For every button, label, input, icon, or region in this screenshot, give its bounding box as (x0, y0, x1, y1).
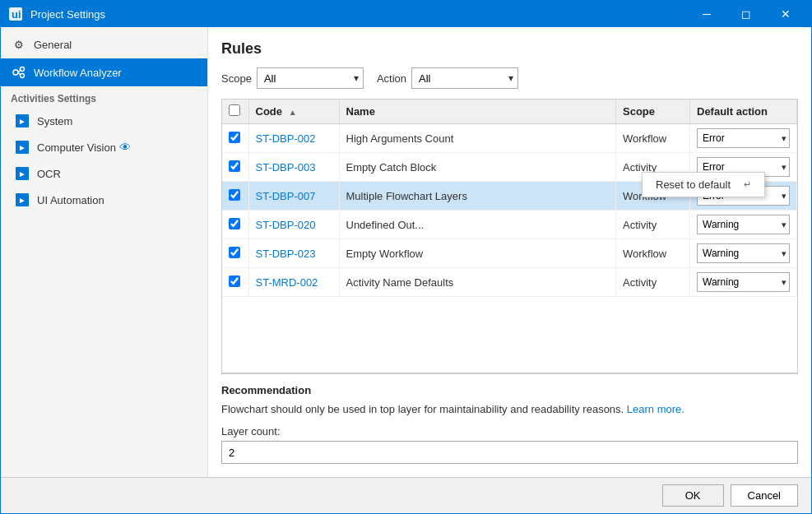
eye-icon: 👁 (119, 141, 131, 154)
row-scope: Activity (616, 268, 690, 297)
row-action-select[interactable]: ErrorWarningInfo (697, 272, 790, 292)
row-checkbox[interactable] (229, 160, 240, 172)
svg-point-4 (21, 74, 25, 78)
close-button[interactable]: ✕ (767, 1, 805, 27)
cancel-button[interactable]: Cancel (731, 484, 798, 507)
scope-select[interactable]: All Workflow Activity (257, 67, 364, 89)
sidebar-item-computer-vision-label: Computer Vision (37, 141, 116, 154)
app-icon: ui (7, 6, 24, 22)
sidebar-item-workflow-analyzer[interactable]: Workflow Analyzer (1, 58, 207, 86)
window-title: Project Settings (30, 8, 688, 21)
svg-point-3 (21, 67, 25, 72)
recommendation-title: Recommendation (221, 384, 798, 396)
recommendation-body-text: Flowchart should only be used in top lay… (221, 403, 624, 415)
project-settings-window: ui Project Settings ─ ◻ ✕ ⚙ General (0, 0, 812, 514)
action-select-wrapper: All Error Warning Info (411, 67, 518, 89)
col-header-default-action: Default action (690, 100, 797, 124)
layer-count-input[interactable] (221, 441, 798, 464)
row-name: Activity Name Defaults (339, 268, 616, 297)
context-menu: Reset to default ↵ (642, 172, 765, 197)
table-scroll-area[interactable]: Code ▲ Name Scope Default action ST-DBP-… (222, 100, 797, 373)
col-header-check (222, 100, 248, 124)
main-panel: Rules Scope All Workflow Activity Action (208, 27, 811, 477)
row-scope: Workflow (616, 124, 690, 153)
action-filter-group: Action All Error Warning Info (377, 67, 518, 89)
layer-count-label: Layer count: (221, 425, 798, 438)
row-checkbox[interactable] (229, 218, 240, 229)
system-arrow-icon: ► (14, 113, 30, 129)
sidebar-item-general-label: General (34, 39, 72, 51)
context-menu-item-reset-label: Reset to default (656, 178, 731, 191)
svg-line-6 (18, 72, 21, 75)
sidebar: ⚙ General Workflow Analyzer Activities S… (1, 27, 208, 477)
col-header-name: Name (339, 100, 616, 124)
recommendation-section: Recommendation Flowchart should only be … (221, 373, 798, 465)
maximize-button[interactable]: ◻ (727, 1, 765, 27)
gear-icon: ⚙ (11, 36, 27, 53)
row-checkbox[interactable] (229, 247, 240, 258)
row-checkbox[interactable] (229, 189, 240, 201)
page-title: Rules (221, 40, 798, 58)
svg-point-2 (13, 70, 18, 75)
row-name: Empty Catch Block (339, 153, 616, 182)
bottom-bar: OK Cancel (1, 477, 811, 513)
ocr-arrow-icon: ► (14, 165, 30, 182)
row-scope: Activity (616, 211, 690, 239)
row-name: High Arguments Count (339, 124, 616, 153)
table-row[interactable]: ST-MRD-002Activity Name DefaultsActivity… (222, 268, 797, 297)
workflow-icon (11, 64, 27, 81)
activities-settings-label: Activities Settings (1, 86, 207, 108)
sidebar-item-computer-vision[interactable]: ► Computer Vision 👁 (1, 134, 207, 160)
action-select[interactable]: All Error Warning Info (411, 67, 518, 89)
row-action-select[interactable]: ErrorWarningInfo (697, 243, 790, 263)
code-link[interactable]: ST-DBP-020 (256, 219, 316, 231)
ui-automation-arrow-icon: ► (14, 192, 30, 208)
window-controls: ─ ◻ ✕ (688, 1, 805, 27)
cursor-arrow: ↵ (744, 179, 751, 190)
sidebar-item-ui-automation[interactable]: ► UI Automation (1, 187, 207, 213)
svg-line-5 (18, 70, 21, 72)
table-row[interactable]: ST-DBP-023Empty WorkflowWorkflowErrorWar… (222, 239, 797, 268)
col-header-code[interactable]: Code ▲ (248, 100, 339, 124)
table-row[interactable]: ST-DBP-002High Arguments CountWorkflowEr… (222, 124, 797, 153)
sidebar-item-system[interactable]: ► System (1, 108, 207, 134)
sidebar-item-ocr[interactable]: ► OCR (1, 160, 207, 187)
scope-label: Scope (221, 72, 252, 85)
row-name: Undefined Out... (339, 211, 616, 239)
code-link[interactable]: ST-DBP-007 (256, 190, 316, 202)
select-all-checkbox[interactable] (229, 104, 240, 116)
row-checkbox[interactable] (229, 132, 240, 143)
action-label: Action (377, 72, 406, 85)
computer-vision-arrow-icon: ► (14, 139, 30, 155)
recommendation-text: Flowchart should only be used in top lay… (221, 401, 798, 418)
ok-button[interactable]: OK (662, 484, 724, 507)
code-link[interactable]: ST-DBP-023 (256, 248, 316, 260)
scope-select-wrapper: All Workflow Activity (257, 67, 364, 89)
title-bar: ui Project Settings ─ ◻ ✕ (1, 1, 811, 27)
code-link[interactable]: ST-MRD-002 (256, 276, 318, 289)
rules-table: Code ▲ Name Scope Default action ST-DBP-… (222, 100, 797, 297)
sidebar-item-workflow-analyzer-label: Workflow Analyzer (34, 67, 122, 79)
code-link[interactable]: ST-DBP-002 (256, 132, 316, 145)
col-header-scope: Scope (616, 100, 690, 124)
row-name: Multiple Flowchart Layers (339, 182, 616, 211)
sidebar-item-ocr-label: OCR (37, 168, 61, 180)
row-name: Empty Workflow (339, 239, 616, 268)
table-row[interactable]: ST-DBP-020Undefined Out...ActivityErrorW… (222, 211, 797, 239)
rules-table-container: Code ▲ Name Scope Default action ST-DBP-… (221, 99, 798, 373)
code-link[interactable]: ST-DBP-003 (256, 161, 316, 174)
minimize-button[interactable]: ─ (688, 1, 726, 27)
row-scope: Workflow (616, 239, 690, 268)
context-menu-item-reset[interactable]: Reset to default ↵ (643, 173, 764, 197)
scope-filter-group: Scope All Workflow Activity (221, 67, 364, 89)
filter-row: Scope All Workflow Activity Action All (221, 67, 798, 89)
sidebar-item-ui-automation-label: UI Automation (37, 194, 104, 206)
sidebar-item-system-label: System (37, 115, 72, 127)
sidebar-item-general[interactable]: ⚙ General (1, 30, 207, 58)
row-action-select[interactable]: ErrorWarningInfo (697, 215, 790, 234)
sort-arrow-icon: ▲ (289, 108, 297, 117)
row-checkbox[interactable] (229, 276, 240, 287)
row-action-select[interactable]: ErrorWarningInfo (697, 128, 790, 148)
learn-more-link[interactable]: Learn more. (627, 403, 684, 415)
content-area: ⚙ General Workflow Analyzer Activities S… (1, 27, 811, 477)
